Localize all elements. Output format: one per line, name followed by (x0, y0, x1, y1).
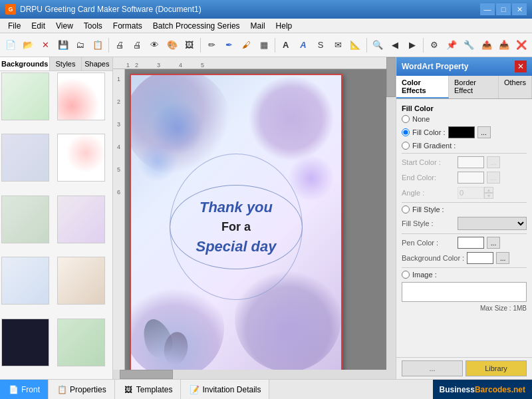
thumb-item-8[interactable] (57, 257, 105, 305)
tool6-button[interactable]: ❌ (513, 37, 529, 54)
shape-button[interactable]: S (313, 37, 329, 54)
brand-net: .net (511, 385, 525, 394)
minimize-button[interactable]: — (480, 3, 495, 15)
front-icon: 📄 (8, 384, 19, 395)
thumb-item-7[interactable] (1, 257, 49, 305)
pen-button[interactable]: ✒ (221, 37, 237, 54)
tab-others[interactable]: Others (499, 76, 532, 98)
toolbar-sep-3 (275, 38, 275, 53)
library-button[interactable]: Library (466, 360, 527, 376)
bottom-tab-properties[interactable]: 📋 Properties (49, 380, 115, 399)
tab-styles[interactable]: Styles (50, 57, 81, 70)
open-button[interactable]: 📂 (20, 37, 36, 54)
wordart-panel: WordArt Property ✕ Color Effects Border … (396, 57, 532, 379)
greeting-card[interactable]: Thank you For a Special day (130, 74, 342, 379)
menu-view[interactable]: View (51, 20, 78, 32)
background-color-swatch[interactable] (467, 252, 493, 264)
tool2-button[interactable]: 📌 (444, 37, 460, 54)
menu-file[interactable]: File (3, 20, 26, 32)
bottom-tab-front[interactable]: 📄 Front (0, 380, 49, 399)
line-button[interactable]: ✏ (203, 37, 219, 54)
brand-area: BusinessBarcodes.net (433, 380, 532, 399)
pen-color-dots-button[interactable]: ... (487, 237, 500, 249)
copy-button[interactable]: 📋 (90, 37, 106, 54)
fill-color-swatch[interactable] (448, 126, 475, 138)
end-color-swatch (458, 172, 484, 184)
horizontal-scroll-thumb[interactable] (120, 370, 173, 379)
tab-color-effects[interactable]: Color Effects (396, 76, 449, 98)
menu-mail[interactable]: Mail (245, 20, 271, 32)
end-color-label: End Color: (402, 174, 455, 182)
window-controls[interactable]: — □ ✕ (480, 3, 527, 15)
none-radio[interactable] (402, 115, 410, 123)
fill-style-select[interactable] (458, 217, 527, 230)
tool4-button[interactable]: 📤 (478, 37, 494, 54)
background-color-label: Background Color : (402, 254, 464, 262)
pen-color-swatch[interactable] (458, 237, 484, 249)
thumb-item-1[interactable] (1, 72, 49, 120)
canvas-area[interactable]: 1 2 3 4 5 1 2 3 4 5 6 (113, 57, 396, 379)
color-button[interactable]: 🎨 (164, 37, 180, 54)
new-button[interactable]: 📄 (3, 37, 19, 54)
print-button[interactable]: 🖨 (112, 37, 128, 54)
card-text-line3: Special day (190, 238, 282, 255)
bottom-tab-invitation[interactable]: 📝 Invitation Details (181, 380, 269, 399)
tab-border-effect[interactable]: Border Effect (449, 76, 499, 98)
fill-color-radio[interactable] (402, 128, 410, 136)
thumb-item-3[interactable] (1, 134, 49, 182)
thumb-item-6[interactable] (57, 196, 105, 243)
menu-tools[interactable]: Tools (78, 20, 108, 32)
paint-button[interactable]: 🖌 (238, 37, 254, 54)
barcode-button[interactable]: ▦ (255, 37, 271, 54)
thumb-item-9[interactable] (1, 319, 49, 366)
background-color-dots-button[interactable]: ... (496, 252, 509, 264)
forward-button[interactable]: ▶ (404, 37, 420, 54)
tool5-button[interactable]: 📥 (496, 37, 512, 54)
wordart-dots-button[interactable]: ... (402, 360, 463, 376)
app-title: DRPU Greeting Card Maker Software (Docum… (20, 5, 201, 14)
bottom-tab-templates[interactable]: 🖼 Templates (115, 380, 182, 399)
card-text-line2: For a (190, 220, 282, 234)
menu-help[interactable]: Help (271, 20, 298, 32)
thumb-item-2[interactable] (57, 72, 105, 120)
wordart-panel-close[interactable]: ✕ (515, 61, 527, 72)
draw-button[interactable]: 📐 (347, 37, 363, 54)
fill-gradient-radio[interactable] (402, 142, 410, 150)
fill-style-radio[interactable] (402, 205, 410, 213)
text-button[interactable]: A (278, 37, 294, 54)
email-button[interactable]: ✉ (330, 37, 346, 54)
app-icon: G (5, 4, 16, 15)
title-bar: G DRPU Greeting Card Maker Software (Doc… (0, 0, 532, 19)
tool3-button[interactable]: 🔧 (461, 37, 477, 54)
pen-color-label: Pen Color : (402, 239, 455, 247)
image-path-input[interactable] (402, 282, 527, 302)
image-radio[interactable] (402, 271, 410, 279)
thumb-item-5[interactable] (1, 196, 49, 243)
zoom-button[interactable]: 🔍 (369, 37, 385, 54)
save-button[interactable]: 💾 (55, 37, 71, 54)
thumb-item-10[interactable] (57, 319, 105, 366)
menu-batch[interactable]: Batch Processing Series (148, 20, 245, 32)
tab-backgrounds[interactable]: Backgrounds (0, 57, 50, 70)
save-all-button[interactable]: 🗂 (72, 37, 88, 54)
vertical-scrollbar[interactable] (386, 57, 396, 370)
wordart-button[interactable]: A (295, 37, 311, 54)
image-button[interactable]: 🖼 (182, 37, 198, 54)
tab-shapes[interactable]: Shapes (82, 57, 112, 70)
vertical-scroll-thumb[interactable] (386, 57, 396, 97)
tool1-button[interactable]: ⚙ (426, 37, 442, 54)
back-button[interactable]: ◀ (387, 37, 403, 54)
fill-gradient-radio-row: Fill Gradient : (402, 142, 527, 150)
menu-edit[interactable]: Edit (26, 20, 51, 32)
horizontal-scrollbar[interactable] (113, 370, 386, 379)
menu-formats[interactable]: Formats (108, 20, 148, 32)
thumb-item-4[interactable] (57, 134, 105, 182)
preview-button[interactable]: 👁 (146, 37, 162, 54)
start-color-swatch (458, 156, 484, 168)
close-doc-button[interactable]: ✕ (37, 37, 53, 54)
print2-button[interactable]: 🖨 (129, 37, 145, 54)
maximize-button[interactable]: □ (496, 3, 511, 15)
fill-color-dots-button[interactable]: ... (477, 126, 491, 138)
close-button[interactable]: ✕ (512, 3, 527, 15)
invitation-tab-label: Invitation Details (202, 385, 261, 394)
